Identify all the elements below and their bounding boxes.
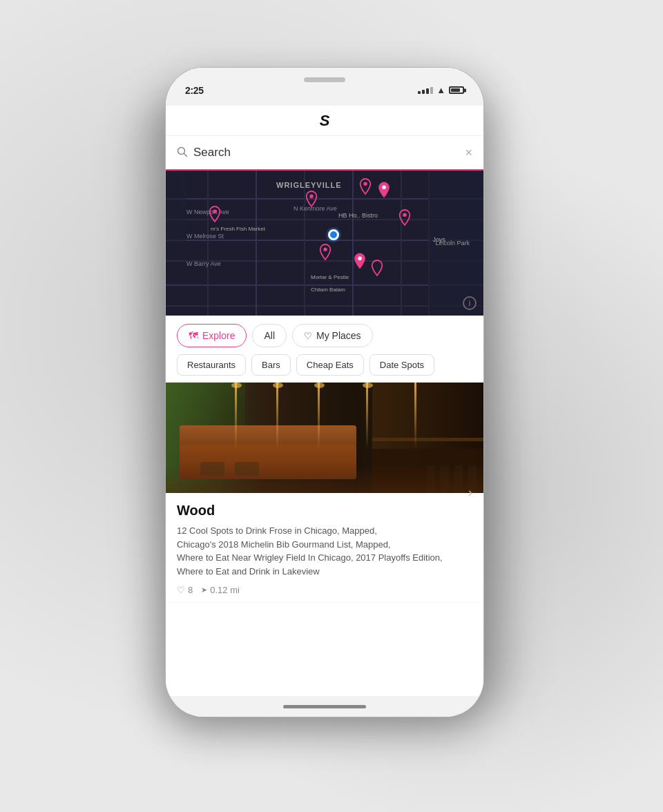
clear-icon[interactable]: × — [465, 146, 472, 160]
restaurant-lists: 12 Cool Spots to Drink Frose in Chicago,… — [177, 524, 472, 578]
speaker — [304, 77, 345, 82]
svg-point-7 — [323, 248, 327, 252]
distance-meta: ➤ 0.12 mi — [201, 585, 240, 595]
map-pin-6 — [318, 243, 333, 261]
svg-point-2 — [309, 195, 314, 199]
poi-label-3: Joys — [432, 236, 445, 243]
neighborhood-label: WRIGLEYVILLE — [276, 181, 342, 189]
status-time: 2:25 — [185, 85, 204, 96]
category-date-spots[interactable]: Date Spots — [369, 354, 434, 376]
listing-item-wood[interactable]: Wood 12 Cool Spots to Drink Frose in Chi… — [166, 383, 483, 603]
svg-line-1 — [184, 153, 187, 156]
map-pin-7 — [352, 252, 367, 270]
svg-point-6 — [213, 210, 217, 214]
search-input[interactable] — [193, 146, 459, 160]
tab-my-places[interactable]: ♡ My Places — [292, 324, 373, 347]
phone-shell: 2:25 ▲ S — [166, 68, 483, 717]
listing-section: Wood 12 Cool Spots to Drink Frose in Chi… — [166, 383, 483, 696]
phone-bottom — [166, 696, 483, 717]
app-screen: S × — [166, 106, 483, 696]
app-logo: S — [320, 112, 330, 130]
poi-label-4: Mortar & Pestle — [311, 274, 349, 280]
street-label-3: W Barry Ave — [186, 260, 221, 267]
tab-all[interactable]: All — [252, 324, 287, 347]
filter-row-1: 🗺 Explore All ♡ My Places — [166, 316, 483, 351]
restaurant-image — [166, 383, 483, 493]
map-pin-8 — [369, 259, 385, 277]
poi-label-5: Chilam Balam — [311, 287, 345, 293]
restaurant-name: Wood — [177, 503, 472, 519]
category-bars[interactable]: Bars — [251, 354, 291, 376]
map-container: WRIGLEYVILLE W Newport Ave W Melrose St … — [166, 171, 483, 316]
restaurant-meta: ♡ 8 ➤ 0.12 mi — [177, 585, 472, 595]
app-header: S — [166, 106, 483, 136]
wifi-icon: ▲ — [436, 85, 445, 95]
map-pin-3 — [376, 181, 392, 199]
current-location-dot — [328, 229, 339, 240]
category-cheap-eats[interactable]: Cheap Eats — [296, 354, 364, 376]
status-icons: ▲ — [418, 85, 464, 95]
signal-icon — [418, 87, 433, 94]
map-pin-4 — [397, 209, 412, 226]
chevron-right-icon: › — [468, 485, 472, 500]
heart-icon: ♡ — [304, 331, 312, 341]
map-info-button[interactable]: i — [463, 296, 477, 310]
map-pin-2 — [358, 177, 373, 195]
street-label-2: W Melrose St — [186, 233, 224, 240]
map-pin-1 — [304, 190, 319, 208]
poi-label-6: m's Fresh Fish Market — [211, 226, 265, 232]
likes-meta: ♡ 8 — [177, 585, 193, 595]
status-bar: 2:25 ▲ — [166, 68, 483, 106]
svg-point-8 — [358, 257, 362, 261]
location-arrow-icon: ➤ — [201, 586, 207, 594]
tab-explore[interactable]: 🗺 Explore — [177, 324, 247, 347]
search-icon — [177, 146, 188, 160]
map-pin-5 — [207, 205, 222, 223]
poi-label-2: HB Ho.. Bistro — [338, 212, 378, 219]
search-bar[interactable]: × — [166, 136, 483, 171]
home-indicator[interactable] — [283, 705, 366, 708]
restaurant-info: Wood 12 Cool Spots to Drink Frose in Chi… — [166, 493, 483, 602]
svg-point-5 — [403, 213, 407, 218]
filter-row-2: Restaurants Bars Cheap Eats Date Spots — [166, 351, 483, 383]
svg-point-4 — [382, 186, 386, 190]
map-icon: 🗺 — [189, 330, 198, 341]
category-restaurants[interactable]: Restaurants — [177, 354, 246, 376]
heart-icon-meta: ♡ — [177, 585, 185, 595]
svg-point-3 — [363, 182, 367, 186]
battery-icon — [449, 86, 464, 94]
